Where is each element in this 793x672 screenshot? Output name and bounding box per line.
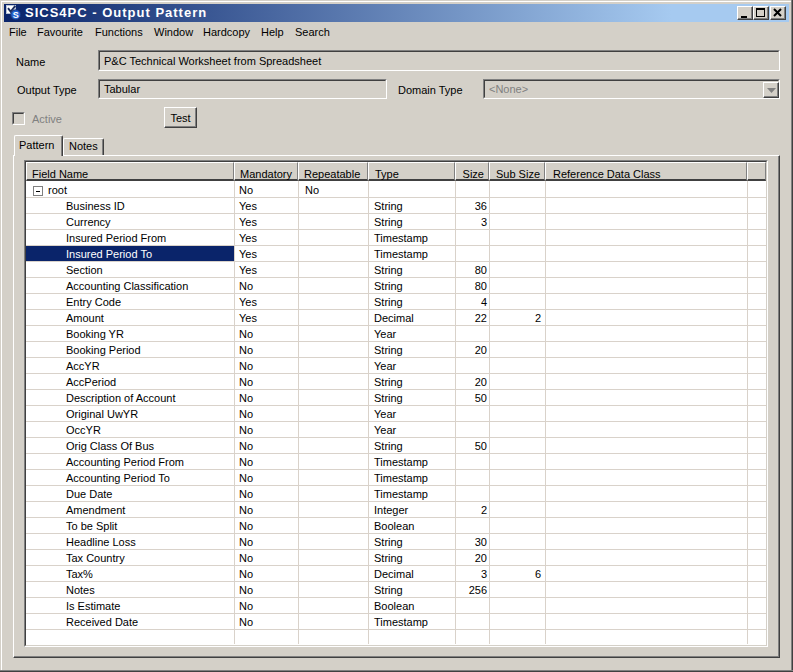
svg-text:S: S (13, 10, 19, 20)
